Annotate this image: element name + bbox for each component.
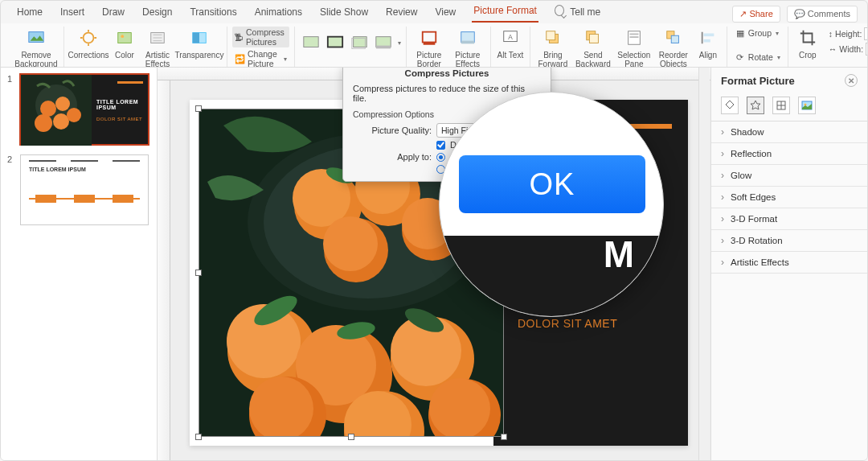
fp-item-soft-edges[interactable]: Soft Edges xyxy=(711,187,867,208)
align-icon xyxy=(697,27,719,49)
rotate-label: Rotate xyxy=(748,52,773,62)
tab-review[interactable]: Review xyxy=(384,2,419,23)
fp-tab-effects[interactable] xyxy=(747,97,764,114)
send-backward-icon xyxy=(582,27,604,49)
transparency-icon xyxy=(188,27,211,49)
comments-button[interactable]: 💬 Comments xyxy=(787,6,858,23)
height-value[interactable]: 7.5" xyxy=(864,27,867,40)
fp-item-3d-format[interactable]: 3-D Format xyxy=(711,208,867,230)
thumb-number-1: 1 xyxy=(7,74,15,145)
width-value[interactable]: 8.24" xyxy=(866,43,867,56)
remove-background-button[interactable]: Remove Background xyxy=(14,27,59,68)
apply-all-radio[interactable] xyxy=(436,153,445,162)
change-picture-icon: 🔁 xyxy=(235,53,245,64)
tab-animations[interactable]: Animations xyxy=(253,2,304,23)
fp-item-3d-rotation[interactable]: 3-D Rotation xyxy=(711,230,867,252)
alt-text-icon: A xyxy=(499,27,522,49)
crop-label: Crop xyxy=(799,51,817,60)
tab-design[interactable]: Design xyxy=(141,2,174,23)
alt-text-button[interactable]: AAlt Text xyxy=(496,27,525,60)
thumb1-subtitle: DOLOR SIT AMET xyxy=(96,117,142,121)
fp-item-reflection[interactable]: Reflection xyxy=(711,143,867,165)
tab-insert[interactable]: Insert xyxy=(59,2,86,23)
fp-item-artistic-effects[interactable]: Artistic Effects xyxy=(711,252,867,274)
align-button[interactable]: Align xyxy=(694,27,722,60)
selection-pane-button[interactable]: Selection Pane xyxy=(616,27,653,68)
svg-rect-11 xyxy=(304,37,318,47)
resize-handle-tl[interactable] xyxy=(195,105,202,112)
style-thumb-3[interactable] xyxy=(348,31,371,54)
width-field[interactable]: ↔Width:8.24"▲▼ xyxy=(829,43,867,56)
resize-handle-bl[interactable] xyxy=(195,434,202,440)
rotate-button[interactable]: ⟳Rotate▾ xyxy=(732,51,783,64)
styles-more-icon[interactable]: ▾ xyxy=(398,39,401,47)
color-button[interactable]: Color xyxy=(111,27,138,60)
resize-handle-br[interactable] xyxy=(501,434,507,440)
slide-thumb-2[interactable]: TITLE LOREM IPSUM xyxy=(20,154,149,225)
send-backward-button[interactable]: Send Backward xyxy=(574,27,612,68)
picture-styles-gallery[interactable]: ▾ xyxy=(300,27,401,59)
reorder-objects-button[interactable]: Reorder Objects xyxy=(656,27,691,68)
fp-tab-fill[interactable] xyxy=(721,97,739,114)
tab-draw[interactable]: Draw xyxy=(100,2,126,23)
slide-thumb-1[interactable]: TITLE LOREM IPSUM DOLOR SIT AMET xyxy=(20,74,149,145)
slide-subtitle: DOLOR SIT AMET xyxy=(518,317,617,330)
vertical-scrollbar[interactable] xyxy=(698,68,710,460)
picture-effects-button[interactable]: Picture Effects xyxy=(450,27,485,68)
fp-tab-size[interactable] xyxy=(772,97,790,114)
picture-quality-label: Picture Quality: xyxy=(366,126,432,135)
style-thumb-4[interactable] xyxy=(372,31,395,54)
fp-item-glow[interactable]: Glow xyxy=(711,165,867,187)
compress-icon: 🗜 xyxy=(235,31,244,43)
tab-picture-format[interactable]: Picture Format xyxy=(472,0,538,23)
svg-rect-15 xyxy=(376,37,391,47)
fp-tab-picture[interactable] xyxy=(798,97,816,114)
width-label: Width: xyxy=(839,44,863,54)
tab-home[interactable]: Home xyxy=(15,2,44,23)
corrections-button[interactable]: Corrections xyxy=(69,27,108,60)
crop-button[interactable]: Crop xyxy=(793,27,822,60)
height-field[interactable]: ↕Height:7.5"▲▼ xyxy=(829,27,867,40)
share-button[interactable]: ↗ Share xyxy=(732,6,780,23)
picture-border-button[interactable]: Picture Border xyxy=(411,27,447,68)
thumb1-dark-panel: TITLE LOREM IPSUM DOLOR SIT AMET xyxy=(92,75,148,144)
svg-rect-10 xyxy=(193,33,199,43)
group-button[interactable]: ▦Group▾ xyxy=(732,27,783,39)
resize-handle-l[interactable] xyxy=(195,270,202,276)
tab-transitions[interactable]: Transitions xyxy=(188,2,238,23)
tab-slideshow[interactable]: Slide Show xyxy=(318,2,370,23)
format-pane-title: Format Picture xyxy=(721,75,795,87)
slide-thumbnails: 1 TITLE LOREM IPSUM DOLOR SIT AMET 2 xyxy=(1,68,158,460)
alt-text-label: Alt Text xyxy=(497,51,524,60)
color-label: Color xyxy=(115,51,134,60)
tell-me[interactable]: Tell me xyxy=(553,0,604,23)
bring-forward-button[interactable]: Bring Forward xyxy=(535,27,571,68)
svg-rect-18 xyxy=(461,32,475,43)
slide-canvas[interactable]: DOLOR SIT AMET xyxy=(158,68,710,460)
close-pane-button[interactable]: ✕ xyxy=(845,74,858,87)
fp-item-shadow[interactable]: Shadow xyxy=(711,121,867,143)
svg-point-39 xyxy=(40,101,56,117)
transparency-button[interactable]: Transparency xyxy=(177,27,222,60)
format-picture-pane: Format Picture ✕ Shadow Reflection Glow … xyxy=(710,68,867,460)
compress-pictures-button[interactable]: 🗜Compress Pictures xyxy=(232,27,289,47)
svg-point-42 xyxy=(53,113,69,130)
align-label: Align xyxy=(699,51,717,60)
svg-rect-27 xyxy=(629,34,638,35)
svg-point-1 xyxy=(84,33,94,43)
crop-icon xyxy=(796,27,819,49)
svg-point-54 xyxy=(323,216,378,271)
delete-cropped-checkbox[interactable] xyxy=(436,141,445,150)
artistic-icon xyxy=(146,27,169,49)
style-thumb-2[interactable] xyxy=(324,31,346,54)
picture-border-label: Picture Border xyxy=(411,51,447,68)
svg-rect-33 xyxy=(703,39,710,43)
artistic-effects-button[interactable]: Artistic Effects xyxy=(141,27,174,68)
reorder-icon xyxy=(662,27,685,49)
resize-handle-b[interactable] xyxy=(348,434,354,440)
tab-view[interactable]: View xyxy=(433,2,457,23)
ok-button[interactable]: OK xyxy=(459,155,645,213)
change-picture-button[interactable]: 🔁Change Picture▾ xyxy=(232,48,289,68)
ribbon: Remove Background Corrections Color Arti… xyxy=(1,23,867,68)
style-thumb-1[interactable] xyxy=(300,31,322,54)
